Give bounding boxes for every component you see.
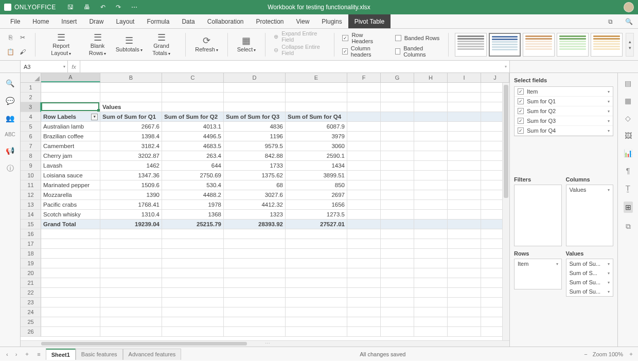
cell-H4[interactable] xyxy=(414,112,448,122)
column-headers-checkbox[interactable]: Column headers xyxy=(340,46,387,57)
cell-D19[interactable] xyxy=(224,259,286,268)
formula-input[interactable] xyxy=(80,61,502,72)
cell-D14[interactable]: 1323 xyxy=(224,210,286,220)
cell-C7[interactable]: 4683.5 xyxy=(162,141,224,151)
cell-G6[interactable] xyxy=(381,132,414,141)
row-header-1[interactable]: 1 xyxy=(21,83,41,93)
fx-icon[interactable]: fx xyxy=(68,61,80,72)
cell-F3[interactable] xyxy=(347,102,381,112)
cell-F15[interactable] xyxy=(347,220,381,229)
format-painter-icon[interactable]: 🖌 xyxy=(16,46,29,58)
cell-E2[interactable] xyxy=(286,93,347,102)
cell-B1[interactable] xyxy=(100,83,162,93)
sheet-tab-sheet1[interactable]: Sheet1 xyxy=(46,349,76,360)
field-sum-for-q1[interactable]: Sum for Q1▾ xyxy=(515,97,613,106)
cell-E9[interactable]: 1434 xyxy=(286,161,347,171)
cell-C25[interactable] xyxy=(162,317,224,327)
cell-H17[interactable] xyxy=(414,239,448,249)
cell-G15[interactable] xyxy=(381,220,414,229)
cell-A11[interactable]: Marinated pepper xyxy=(41,180,100,190)
cell-A16[interactable] xyxy=(41,229,100,239)
cell-B8[interactable]: 3202.87 xyxy=(100,151,162,161)
cell-A24[interactable] xyxy=(41,307,100,317)
menu-plugins[interactable]: Plugins xyxy=(315,14,348,28)
paste-icon[interactable]: 📋 xyxy=(4,46,16,58)
cell-D12[interactable]: 3027.6 xyxy=(224,190,286,200)
cell-G5[interactable] xyxy=(381,122,414,132)
cell-I16[interactable] xyxy=(448,229,481,239)
menu-protection[interactable]: Protection xyxy=(250,14,290,28)
tab-next-icon[interactable]: › xyxy=(13,351,20,357)
cell-C18[interactable] xyxy=(162,249,224,259)
cell-F8[interactable] xyxy=(347,151,381,161)
cell-F24[interactable] xyxy=(347,307,381,317)
cell-D15[interactable]: 28393.92 xyxy=(224,220,286,229)
row-header-14[interactable]: 14 xyxy=(21,210,41,220)
cell-F9[interactable] xyxy=(347,161,381,171)
cell-G25[interactable] xyxy=(381,317,414,327)
row-header-4[interactable]: 4 xyxy=(21,112,41,122)
cell-F25[interactable] xyxy=(347,317,381,327)
cell-I2[interactable] xyxy=(448,93,481,102)
chart-settings-icon[interactable]: 📊 xyxy=(624,149,632,157)
more-icon[interactable]: ⋯ xyxy=(131,4,137,11)
cell-B2[interactable] xyxy=(100,93,162,102)
cell-B12[interactable]: 1390 xyxy=(100,190,162,200)
cell-I13[interactable] xyxy=(448,200,481,210)
row-header-16[interactable]: 16 xyxy=(21,229,41,239)
cell-C13[interactable]: 1978 xyxy=(162,200,224,210)
cell-F11[interactable] xyxy=(347,180,381,190)
cell-A7[interactable]: Camembert xyxy=(41,141,100,151)
cell-G23[interactable] xyxy=(381,298,414,307)
horizontal-scrollbar[interactable] xyxy=(21,340,509,347)
cell-D21[interactable] xyxy=(224,278,286,288)
cell-H3[interactable] xyxy=(414,102,448,112)
cell-D9[interactable]: 1733 xyxy=(224,161,286,171)
print-icon[interactable]: 🖶 xyxy=(84,4,90,11)
cell-C12[interactable]: 4488.2 xyxy=(162,190,224,200)
area-item[interactable]: Sum of S...▾ xyxy=(566,268,613,278)
zoom-in-icon[interactable]: ＋ xyxy=(628,350,634,358)
report-layout-button[interactable]: ☰Report Layout▾ xyxy=(42,31,81,57)
cell-D25[interactable] xyxy=(224,317,286,327)
cell-D2[interactable] xyxy=(224,93,286,102)
values-drop-area[interactable]: Sum of Su...▾Sum of S...▾Sum of Su...▾Su… xyxy=(566,259,614,297)
cell-A22[interactable] xyxy=(41,288,100,298)
cell-E14[interactable]: 1273.5 xyxy=(286,210,347,220)
cell-C14[interactable]: 1368 xyxy=(162,210,224,220)
cell-D11[interactable]: 68 xyxy=(224,180,286,190)
cell-F22[interactable] xyxy=(347,288,381,298)
field-list[interactable]: Item▾Sum for Q1▾Sum for Q2▾Sum for Q3▾Su… xyxy=(514,86,613,136)
cell-C4[interactable]: Sum of Sum for Q2 xyxy=(162,112,224,122)
pivot-style-0[interactable] xyxy=(455,33,487,57)
cell-C6[interactable]: 4496.5 xyxy=(162,132,224,141)
row-header-26[interactable]: 26 xyxy=(21,327,41,337)
cell-H25[interactable] xyxy=(414,317,448,327)
cell-D6[interactable]: 1196 xyxy=(224,132,286,141)
cell-D16[interactable] xyxy=(224,229,286,239)
pivot-settings-icon[interactable]: ⊞ xyxy=(624,202,633,213)
cell-G1[interactable] xyxy=(381,83,414,93)
undo-icon[interactable]: ↶ xyxy=(100,4,105,11)
cell-E4[interactable]: Sum of Sum for Q4 xyxy=(286,112,347,122)
row-header-18[interactable]: 18 xyxy=(21,249,41,259)
row-header-7[interactable]: 7 xyxy=(21,141,41,151)
row-header-3[interactable]: 3 xyxy=(21,102,41,112)
cell-H6[interactable] xyxy=(414,132,448,141)
col-header-E[interactable]: E xyxy=(286,73,347,82)
grand-totals-button[interactable]: ☰Grand Totals▾ xyxy=(144,31,180,57)
field-item[interactable]: Item▾ xyxy=(515,87,613,97)
cell-H8[interactable] xyxy=(414,151,448,161)
cell-H13[interactable] xyxy=(414,200,448,210)
comments-icon[interactable]: 💬 xyxy=(6,97,14,105)
cell-A26[interactable] xyxy=(41,327,100,337)
cell-B16[interactable] xyxy=(100,229,162,239)
cell-I19[interactable] xyxy=(448,259,481,268)
textart-settings-icon[interactable]: Ṯ xyxy=(626,184,630,192)
row-header-20[interactable]: 20 xyxy=(21,268,41,278)
redo-icon[interactable]: ↷ xyxy=(116,4,121,11)
cell-A13[interactable]: Pacific crabs xyxy=(41,200,100,210)
col-header-H[interactable]: H xyxy=(414,73,448,82)
area-item[interactable]: Sum of Su...▾ xyxy=(566,287,613,296)
cell-D20[interactable] xyxy=(224,268,286,278)
